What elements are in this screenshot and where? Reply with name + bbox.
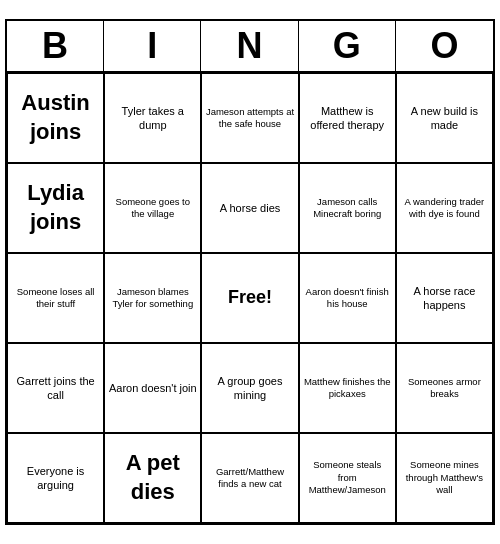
- bingo-cell-19: Someones armor breaks: [396, 343, 493, 433]
- bingo-header: BINGO: [7, 21, 493, 73]
- bingo-cell-9: A wandering trader with dye is found: [396, 163, 493, 253]
- bingo-letter-g: G: [299, 21, 396, 71]
- bingo-cell-5: Lydia joins: [7, 163, 104, 253]
- bingo-letter-o: O: [396, 21, 493, 71]
- bingo-letter-n: N: [201, 21, 298, 71]
- bingo-letter-b: B: [7, 21, 104, 71]
- bingo-letter-i: I: [104, 21, 201, 71]
- bingo-cell-21: A pet dies: [104, 433, 201, 523]
- bingo-cell-24: Someone mines through Matthew's wall: [396, 433, 493, 523]
- bingo-cell-16: Aaron doesn't join: [104, 343, 201, 433]
- bingo-card: BINGO Austin joinsTyler takes a dumpJame…: [5, 19, 495, 525]
- bingo-cell-17: A group goes mining: [201, 343, 298, 433]
- bingo-cell-12: Free!: [201, 253, 298, 343]
- bingo-cell-7: A horse dies: [201, 163, 298, 253]
- bingo-cell-11: Jameson blames Tyler for something: [104, 253, 201, 343]
- bingo-cell-6: Someone goes to the village: [104, 163, 201, 253]
- bingo-cell-2: Jameson attempts at the safe house: [201, 73, 298, 163]
- bingo-cell-23: Someone steals from Matthew/Jameson: [299, 433, 396, 523]
- bingo-cell-1: Tyler takes a dump: [104, 73, 201, 163]
- bingo-cell-22: Garrett/Matthew finds a new cat: [201, 433, 298, 523]
- bingo-cell-4: A new build is made: [396, 73, 493, 163]
- bingo-grid: Austin joinsTyler takes a dumpJameson at…: [7, 73, 493, 523]
- bingo-cell-8: Jameson calls Minecraft boring: [299, 163, 396, 253]
- bingo-cell-0: Austin joins: [7, 73, 104, 163]
- bingo-cell-18: Matthew finishes the pickaxes: [299, 343, 396, 433]
- bingo-cell-3: Matthew is offered therapy: [299, 73, 396, 163]
- bingo-cell-13: Aaron doesn't finish his house: [299, 253, 396, 343]
- bingo-cell-20: Everyone is arguing: [7, 433, 104, 523]
- bingo-cell-15: Garrett joins the call: [7, 343, 104, 433]
- bingo-cell-10: Someone loses all their stuff: [7, 253, 104, 343]
- bingo-cell-14: A horse race happens: [396, 253, 493, 343]
